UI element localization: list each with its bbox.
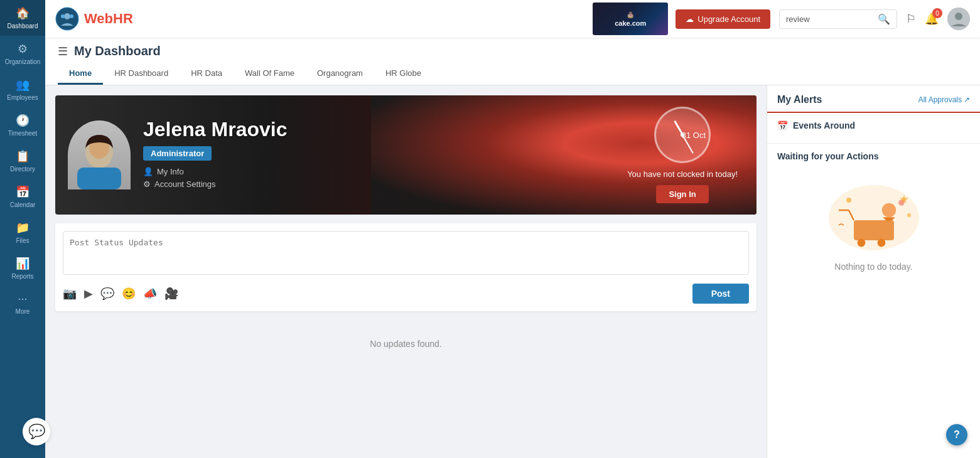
alerts-header: My Alerts All Approvals ↗ <box>767 85 980 113</box>
sidebar-label-dashboard: Dashboard <box>8 23 38 29</box>
upgrade-label: Upgrade Account <box>697 14 760 24</box>
sidebar-item-organization[interactable]: ⚙ Organization <box>0 36 45 72</box>
profile-banner: Jelena Mraovic Administrator 👤 My Info ⚙… <box>55 95 757 215</box>
sidebar: 🏠 Dashboard ⚙ Organization 👥 Employees 🕐… <box>0 0 45 458</box>
sidebar-label-directory: Directory <box>10 166 35 173</box>
attach-image-icon[interactable]: 📷 <box>63 287 77 301</box>
sidebar-label-timesheet: Timesheet <box>8 130 37 137</box>
help-button[interactable]: ? <box>946 424 967 445</box>
calendar-events-icon: 📅 <box>777 120 788 130</box>
user-avatar[interactable] <box>947 8 970 30</box>
page-title-row: ☰ My Dashboard <box>58 44 967 58</box>
svg-point-2 <box>61 14 65 18</box>
tabs: Home HR Dashboard HR Data Wall Of Fame O… <box>58 63 967 85</box>
tab-home[interactable]: Home <box>58 63 103 85</box>
profile-avatar <box>68 120 131 189</box>
sidebar-item-employees[interactable]: 👥 Employees <box>0 72 45 107</box>
post-icons: 📷 ▶ 💬 😊 📣 🎥 <box>63 287 178 301</box>
sidebar-item-more[interactable]: ··· More <box>0 286 45 321</box>
profile-name: Jelena Mraovic <box>143 118 287 141</box>
logo-text: WebHR <box>84 11 133 27</box>
tab-hr-data[interactable]: HR Data <box>180 63 234 85</box>
files-icon: 📁 <box>16 221 30 235</box>
sidebar-item-files[interactable]: 📁 Files <box>0 215 45 250</box>
sidebar-item-timesheet[interactable]: 🕐 Timesheet <box>0 107 45 143</box>
logo-hr: HR <box>113 11 133 26</box>
clock-message: You have not clocked in today! <box>627 169 738 179</box>
notifications-icon[interactable]: 🔔 0 <box>925 12 939 26</box>
content-area: Jelena Mraovic Administrator 👤 My Info ⚙… <box>45 85 980 458</box>
search-input[interactable] <box>786 14 874 24</box>
youtube-icon[interactable]: ▶ <box>84 287 93 301</box>
events-label: Events Around <box>793 120 855 130</box>
directory-icon: 📋 <box>16 149 30 163</box>
hamburger-menu[interactable]: ☰ <box>58 45 68 58</box>
sidebar-item-calendar[interactable]: 📅 Calendar <box>0 179 45 215</box>
account-settings-label: Account Settings <box>154 179 216 189</box>
sidebar-item-reports[interactable]: 📊 Reports <box>0 250 45 286</box>
svg-point-16 <box>846 198 851 203</box>
svg-point-18 <box>907 213 910 217</box>
my-info-link[interactable]: 👤 My Info <box>143 167 287 176</box>
sidebar-label-organization: Organization <box>5 58 41 65</box>
svg-rect-10 <box>854 220 894 240</box>
announcement-icon[interactable]: 📣 <box>143 287 157 301</box>
all-approvals-label: All Approvals <box>918 95 962 104</box>
calendar-icon: 📅 <box>16 185 30 199</box>
external-link-icon: ↗ <box>964 95 970 104</box>
tab-wall-of-fame[interactable]: Wall Of Fame <box>234 63 306 85</box>
clock-area: 31 Oct You have not clocked in today! Si… <box>627 107 738 203</box>
employees-icon: 👥 <box>16 78 30 92</box>
svg-point-5 <box>955 13 962 20</box>
sidebar-label-files: Files <box>16 237 29 244</box>
topbar: WebHR 🎂 cake.com ☁ Upgrade Account 🔍 ⚐ 🔔… <box>45 0 980 38</box>
profile-avatar-wrap <box>68 120 131 189</box>
video-icon[interactable]: 🎥 <box>164 287 178 301</box>
post-box-area: 📷 ▶ 💬 😊 📣 🎥 Post <box>55 223 757 311</box>
page-header: ☰ My Dashboard Home HR Dashboard HR Data… <box>45 38 980 85</box>
alerts-title: My Alerts <box>777 94 822 105</box>
svg-rect-7 <box>77 168 121 189</box>
svg-point-1 <box>64 13 70 19</box>
all-approvals-link[interactable]: All Approvals ↗ <box>918 95 970 104</box>
post-status-input[interactable] <box>63 231 749 275</box>
right-panel: My Alerts All Approvals ↗ 📅 Events Aroun… <box>767 85 980 458</box>
sidebar-item-directory[interactable]: 📋 Directory <box>0 143 45 179</box>
role-badge: Administrator <box>143 146 212 161</box>
profile-info: Jelena Mraovic Administrator 👤 My Info ⚙… <box>143 118 287 192</box>
feed-area: Jelena Mraovic Administrator 👤 My Info ⚙… <box>45 85 767 458</box>
chat-button[interactable]: 💬 <box>23 418 50 445</box>
bookmark-icon[interactable]: ⚐ <box>906 12 916 26</box>
tab-hr-globe[interactable]: HR Globe <box>374 63 433 85</box>
svg-point-12 <box>877 239 885 247</box>
settings-icon: ⚙ <box>143 179 151 189</box>
gear-icon: ⚙ <box>18 42 28 56</box>
emoji-icon[interactable]: 😊 <box>122 287 136 301</box>
banner-advertisement[interactable]: 🎂 cake.com <box>593 3 668 35</box>
svg-point-3 <box>70 14 73 18</box>
sign-in-button[interactable]: Sign In <box>656 185 708 203</box>
sidebar-item-dashboard[interactable]: 🏠 Dashboard <box>0 0 45 36</box>
nothing-todo-text: Nothing to do today. <box>834 262 912 272</box>
svg-point-11 <box>857 239 865 247</box>
post-button[interactable]: Post <box>692 284 749 304</box>
banner-text: cake.com <box>615 19 646 27</box>
tab-organogram[interactable]: Organogram <box>306 63 374 85</box>
search-icon[interactable]: 🔍 <box>878 13 890 25</box>
shopping-illustration <box>824 180 924 255</box>
giphy-icon[interactable]: 💬 <box>100 287 114 301</box>
clock-icon: 🕐 <box>16 114 30 127</box>
sidebar-label-calendar: Calendar <box>10 201 36 208</box>
logo-area: WebHR <box>55 7 585 31</box>
main-area: WebHR 🎂 cake.com ☁ Upgrade Account 🔍 ⚐ 🔔… <box>45 0 980 458</box>
no-updates-message: No updates found. <box>55 320 757 368</box>
clock-date: 31 Oct <box>682 130 706 140</box>
reports-icon: 📊 <box>16 257 30 270</box>
logo-web: Web <box>84 11 113 26</box>
upgrade-button[interactable]: ☁ Upgrade Account <box>676 9 770 29</box>
person-icon: 👤 <box>143 167 153 176</box>
events-section: 📅 Events Around <box>767 113 980 144</box>
tab-hr-dashboard[interactable]: HR Dashboard <box>103 63 180 85</box>
sidebar-label-more: More <box>16 308 30 315</box>
account-settings-link[interactable]: ⚙ Account Settings <box>143 179 287 189</box>
